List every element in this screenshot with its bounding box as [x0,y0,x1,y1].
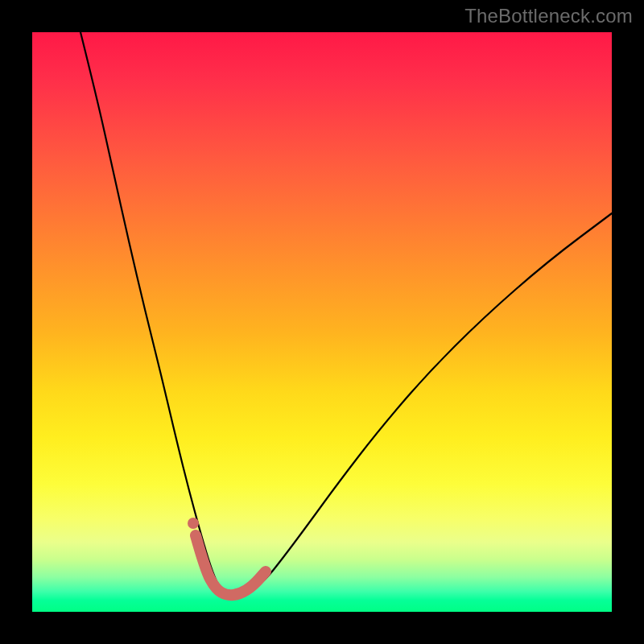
plot-area [32,32,612,612]
highlight-dot [188,518,199,529]
watermark-text: TheBottleneck.com [464,5,633,27]
curve-layer [32,32,612,612]
highlight-segment [196,535,266,595]
chart-frame: TheBottleneck.com [0,0,644,644]
main-curve [80,32,612,596]
